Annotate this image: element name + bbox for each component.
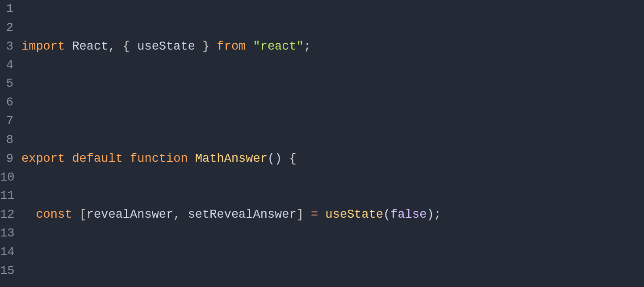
line-number-gutter: 1 2 3 4 5 6 7 8 9 10 11 12 13 14 15 <box>0 0 18 287</box>
line-number: 3 <box>0 38 13 56</box>
function-name: MathAnswer <box>195 152 268 165</box>
line-number: 8 <box>0 131 13 150</box>
line-number: 5 <box>0 75 13 93</box>
line-number: 13 <box>0 224 13 243</box>
line-number: 4 <box>0 56 13 75</box>
code-line: import React, { useState } from "react"; <box>21 38 644 56</box>
identifier: useState <box>137 40 195 53</box>
line-number: 7 <box>0 112 13 131</box>
punct-semicolon: ; <box>434 208 441 221</box>
line-number: 15 <box>0 262 13 281</box>
identifier: React <box>72 40 108 53</box>
punct-comma: , <box>173 208 188 221</box>
code-line: export default function MathAnswer() { <box>21 150 644 169</box>
variable: setRevealAnswer <box>188 208 297 221</box>
line-number: 12 <box>0 206 13 224</box>
string-literal: "react" <box>253 40 304 53</box>
punct-paren: ( <box>383 208 390 221</box>
keyword-from: from <box>217 40 246 53</box>
punct-brace: } <box>195 40 217 53</box>
code-editor: 1 2 3 4 5 6 7 8 9 10 11 12 13 14 15 impo… <box>0 0 644 287</box>
boolean-literal: false <box>390 208 427 221</box>
punct-paren: ) <box>427 208 434 221</box>
code-line: const [revealAnswer, setRevealAnswer] = … <box>21 206 644 224</box>
indent <box>21 208 36 221</box>
code-content[interactable]: import React, { useState } from "react";… <box>18 0 644 287</box>
line-number: 10 <box>0 169 13 187</box>
punct-bracket: ] <box>297 208 304 221</box>
keyword-function: function <box>130 152 188 165</box>
code-line-blank <box>21 93 644 112</box>
punct-comma: , <box>108 40 115 53</box>
line-number: 1 <box>0 0 13 19</box>
code-line-blank <box>21 262 644 281</box>
punct-brace: { <box>116 40 138 53</box>
line-number: 9 <box>0 150 13 169</box>
punct-semicolon: ; <box>304 40 311 53</box>
punct-brace: { <box>282 152 296 165</box>
variable: revealAnswer <box>87 208 173 221</box>
keyword-const: const <box>36 208 72 221</box>
line-number: 2 <box>0 19 13 38</box>
punct-parens: () <box>268 152 282 165</box>
line-number: 11 <box>0 187 13 206</box>
keyword-import: import <box>21 40 65 53</box>
line-number: 6 <box>0 93 13 112</box>
punct-bracket: [ <box>72 208 86 221</box>
keyword-default: default <box>72 152 122 165</box>
keyword-export: export <box>21 152 65 165</box>
line-number: 14 <box>0 243 13 262</box>
op-assign: = <box>304 208 326 221</box>
function-call: useState <box>326 208 384 221</box>
